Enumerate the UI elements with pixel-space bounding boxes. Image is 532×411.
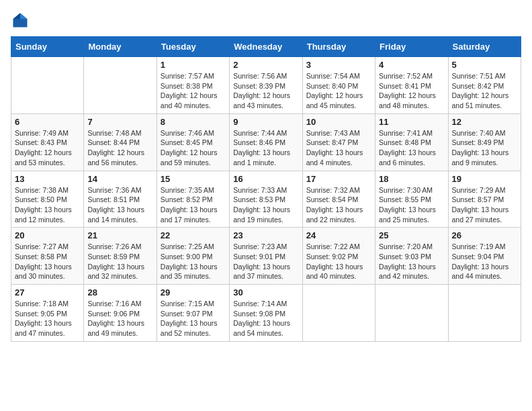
- calendar-cell: 7Sunrise: 7:48 AMSunset: 8:44 PMDaylight…: [84, 113, 157, 171]
- calendar-cell: 6Sunrise: 7:49 AMSunset: 8:43 PMDaylight…: [11, 113, 84, 171]
- calendar-cell: 13Sunrise: 7:38 AMSunset: 8:50 PMDayligh…: [11, 171, 84, 228]
- calendar-cell: [84, 57, 157, 114]
- calendar-cell: 14Sunrise: 7:36 AMSunset: 8:51 PMDayligh…: [84, 171, 157, 228]
- calendar-cell: 22Sunrise: 7:25 AMSunset: 9:00 PMDayligh…: [157, 228, 229, 285]
- day-info: Sunrise: 7:54 AMSunset: 8:40 PMDaylight:…: [306, 71, 371, 111]
- day-info: Sunrise: 7:14 AMSunset: 9:08 PMDaylight:…: [233, 299, 298, 338]
- day-number: 28: [87, 287, 152, 298]
- day-number: 29: [161, 287, 226, 298]
- day-info: Sunrise: 7:36 AMSunset: 8:51 PMDaylight:…: [87, 185, 152, 225]
- day-number: 10: [306, 117, 371, 127]
- calendar-week-row: 13Sunrise: 7:38 AMSunset: 8:50 PMDayligh…: [11, 171, 521, 228]
- calendar-cell: 26Sunrise: 7:19 AMSunset: 9:04 PMDayligh…: [448, 228, 521, 285]
- day-info: Sunrise: 7:29 AMSunset: 8:57 PMDaylight:…: [452, 185, 517, 225]
- day-header-thursday: Thursday: [302, 37, 375, 57]
- day-info: Sunrise: 7:23 AMSunset: 9:01 PMDaylight:…: [233, 242, 298, 281]
- day-info: Sunrise: 7:19 AMSunset: 9:04 PMDaylight:…: [452, 242, 517, 281]
- day-info: Sunrise: 7:41 AMSunset: 8:48 PMDaylight:…: [379, 128, 444, 168]
- day-number: 21: [87, 230, 152, 240]
- calendar-cell: 28Sunrise: 7:16 AMSunset: 9:06 PMDayligh…: [84, 285, 157, 342]
- logo-icon: [11, 11, 30, 30]
- day-info: Sunrise: 7:38 AMSunset: 8:50 PMDaylight:…: [15, 185, 80, 225]
- calendar-cell: 20Sunrise: 7:27 AMSunset: 8:58 PMDayligh…: [11, 228, 84, 285]
- day-number: 20: [15, 230, 80, 240]
- day-header-saturday: Saturday: [448, 37, 521, 57]
- calendar-week-row: 6Sunrise: 7:49 AMSunset: 8:43 PMDaylight…: [11, 113, 521, 171]
- calendar-cell: 5Sunrise: 7:51 AMSunset: 8:42 PMDaylight…: [448, 57, 521, 114]
- day-number: 24: [306, 230, 371, 240]
- calendar-cell: 17Sunrise: 7:32 AMSunset: 8:54 PMDayligh…: [302, 171, 375, 228]
- day-number: 2: [233, 60, 298, 70]
- calendar-cell: 9Sunrise: 7:44 AMSunset: 8:46 PMDaylight…: [230, 113, 302, 171]
- day-number: 22: [161, 230, 226, 240]
- calendar-week-row: 1Sunrise: 7:57 AMSunset: 8:38 PMDaylight…: [11, 57, 521, 114]
- day-number: 23: [233, 230, 298, 240]
- day-info: Sunrise: 7:49 AMSunset: 8:43 PMDaylight:…: [15, 128, 80, 168]
- day-number: 3: [306, 60, 371, 70]
- calendar-cell: 11Sunrise: 7:41 AMSunset: 8:48 PMDayligh…: [375, 113, 448, 171]
- day-info: Sunrise: 7:48 AMSunset: 8:44 PMDaylight:…: [87, 128, 152, 168]
- svg-marker-2: [13, 13, 21, 19]
- day-info: Sunrise: 7:35 AMSunset: 8:52 PMDaylight:…: [161, 185, 226, 225]
- day-info: Sunrise: 7:25 AMSunset: 9:00 PMDaylight:…: [161, 242, 226, 281]
- calendar-cell: 3Sunrise: 7:54 AMSunset: 8:40 PMDaylight…: [302, 57, 375, 114]
- page-header: [11, 11, 521, 30]
- day-number: 27: [15, 287, 80, 298]
- day-header-friday: Friday: [375, 37, 448, 57]
- day-header-sunday: Sunday: [11, 37, 84, 57]
- day-number: 26: [452, 230, 517, 240]
- calendar-cell: 21Sunrise: 7:26 AMSunset: 8:59 PMDayligh…: [84, 228, 157, 285]
- day-header-wednesday: Wednesday: [230, 37, 302, 57]
- day-info: Sunrise: 7:26 AMSunset: 8:59 PMDaylight:…: [87, 242, 152, 281]
- calendar-cell: 16Sunrise: 7:33 AMSunset: 8:53 PMDayligh…: [230, 171, 302, 228]
- day-number: 17: [306, 174, 371, 184]
- day-number: 18: [379, 174, 444, 184]
- day-number: 4: [379, 60, 444, 70]
- day-number: 16: [233, 174, 298, 184]
- calendar-cell: 10Sunrise: 7:43 AMSunset: 8:47 PMDayligh…: [302, 113, 375, 171]
- calendar-table: SundayMondayTuesdayWednesdayThursdayFrid…: [11, 36, 521, 342]
- day-number: 12: [452, 117, 517, 127]
- day-info: Sunrise: 7:33 AMSunset: 8:53 PMDaylight:…: [233, 185, 298, 225]
- calendar-cell: 24Sunrise: 7:22 AMSunset: 9:02 PMDayligh…: [302, 228, 375, 285]
- day-info: Sunrise: 7:40 AMSunset: 8:49 PMDaylight:…: [452, 128, 517, 168]
- calendar-week-row: 20Sunrise: 7:27 AMSunset: 8:58 PMDayligh…: [11, 228, 521, 285]
- day-info: Sunrise: 7:32 AMSunset: 8:54 PMDaylight:…: [306, 185, 371, 225]
- day-info: Sunrise: 7:18 AMSunset: 9:05 PMDaylight:…: [15, 299, 80, 338]
- day-number: 7: [87, 117, 152, 127]
- day-number: 1: [161, 60, 226, 70]
- day-info: Sunrise: 7:44 AMSunset: 8:46 PMDaylight:…: [233, 128, 298, 168]
- calendar-header-row: SundayMondayTuesdayWednesdayThursdayFrid…: [11, 37, 521, 57]
- calendar-cell: 27Sunrise: 7:18 AMSunset: 9:05 PMDayligh…: [11, 285, 84, 342]
- svg-marker-1: [20, 13, 28, 19]
- calendar-cell: [11, 57, 84, 114]
- day-info: Sunrise: 7:57 AMSunset: 8:38 PMDaylight:…: [161, 71, 226, 111]
- calendar-cell: [302, 285, 375, 342]
- calendar-cell: 12Sunrise: 7:40 AMSunset: 8:49 PMDayligh…: [448, 113, 521, 171]
- day-info: Sunrise: 7:16 AMSunset: 9:06 PMDaylight:…: [87, 299, 152, 338]
- day-info: Sunrise: 7:20 AMSunset: 9:03 PMDaylight:…: [379, 242, 444, 281]
- calendar-cell: 8Sunrise: 7:46 AMSunset: 8:45 PMDaylight…: [157, 113, 229, 171]
- day-number: 11: [379, 117, 444, 127]
- day-info: Sunrise: 7:15 AMSunset: 9:07 PMDaylight:…: [161, 299, 226, 338]
- calendar-cell: 4Sunrise: 7:52 AMSunset: 8:41 PMDaylight…: [375, 57, 448, 114]
- day-info: Sunrise: 7:56 AMSunset: 8:39 PMDaylight:…: [233, 71, 298, 111]
- day-info: Sunrise: 7:52 AMSunset: 8:41 PMDaylight:…: [379, 71, 444, 111]
- calendar-cell: 25Sunrise: 7:20 AMSunset: 9:03 PMDayligh…: [375, 228, 448, 285]
- day-info: Sunrise: 7:51 AMSunset: 8:42 PMDaylight:…: [452, 71, 517, 111]
- calendar-cell: 23Sunrise: 7:23 AMSunset: 9:01 PMDayligh…: [230, 228, 302, 285]
- calendar-week-row: 27Sunrise: 7:18 AMSunset: 9:05 PMDayligh…: [11, 285, 521, 342]
- day-number: 30: [233, 287, 298, 298]
- day-header-tuesday: Tuesday: [157, 37, 229, 57]
- day-number: 15: [161, 174, 226, 184]
- calendar-cell: 15Sunrise: 7:35 AMSunset: 8:52 PMDayligh…: [157, 171, 229, 228]
- logo: [11, 11, 32, 30]
- day-number: 19: [452, 174, 517, 184]
- day-number: 5: [452, 60, 517, 70]
- day-info: Sunrise: 7:30 AMSunset: 8:55 PMDaylight:…: [379, 185, 444, 225]
- day-number: 25: [379, 230, 444, 240]
- day-info: Sunrise: 7:46 AMSunset: 8:45 PMDaylight:…: [161, 128, 226, 168]
- day-number: 13: [15, 174, 80, 184]
- day-number: 9: [233, 117, 298, 127]
- calendar-cell: 18Sunrise: 7:30 AMSunset: 8:55 PMDayligh…: [375, 171, 448, 228]
